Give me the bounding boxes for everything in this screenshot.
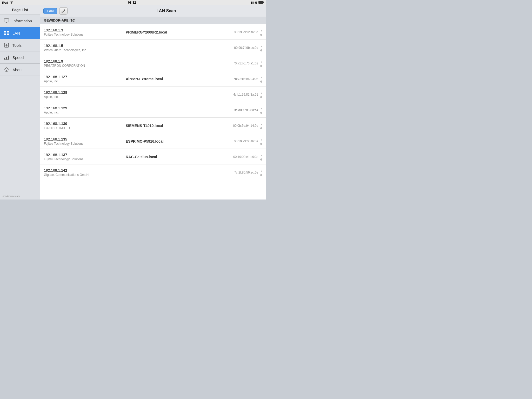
device-ip-text: 192.168.1.135	[44, 137, 126, 141]
status-dot-icon	[260, 49, 262, 51]
battery-label: 88 %	[251, 1, 257, 4]
time-display: 08:32	[128, 1, 136, 4]
device-vendor-text: Fujitsu Technology Solutions	[44, 33, 126, 36]
device-ip-text: 192.168.1.3	[44, 28, 126, 32]
chevron-right-icon: ›	[261, 107, 262, 111]
status-dot-icon	[260, 158, 262, 161]
device-ip-vendor: 192.168.1.135 Fujitsu Technology Solutio…	[44, 137, 126, 145]
svg-rect-2	[258, 1, 263, 3]
device-hostname: ESPRIMO-P5916.local	[126, 139, 224, 143]
sidebar-item-about[interactable]: About	[0, 64, 40, 76]
sidebar-item-lan[interactable]: LAN	[0, 27, 40, 39]
sidebar: Page List Information LAN	[0, 5, 40, 200]
device-status: ›	[260, 75, 262, 83]
chevron-right-icon: ›	[261, 169, 262, 173]
tools-icon	[4, 42, 9, 48]
device-ip-vendor: 192.168.1.5 WatchGuard Technologies, Inc…	[44, 44, 126, 52]
sidebar-item-label-lan: LAN	[12, 31, 20, 35]
device-ip-text: 192.168.1.142	[44, 168, 126, 172]
table-row[interactable]: 192.168.1.130 FUJITSU LIMITED SIEMENS-T4…	[40, 118, 266, 133]
device-mac-address: 00:19:99:e1:a9:3c	[224, 155, 260, 159]
toolbar: LAN LAN Scan	[40, 5, 266, 17]
device-status: ›	[260, 44, 262, 51]
device-ip-vendor: 192.168.1.127 Apple, Inc.	[44, 75, 126, 83]
device-ip-vendor: 192.168.1.137 Fujitsu Technology Solutio…	[44, 153, 126, 161]
table-row[interactable]: 192.168.1.9 PEGATRON CORPORATION 70:71:b…	[40, 55, 266, 71]
sidebar-footer: cod4source.com	[0, 193, 40, 200]
svg-rect-15	[8, 56, 9, 59]
table-row[interactable]: 192.168.1.142 Gigaset Communications Gmb…	[40, 164, 266, 180]
device-ip-vendor: 192.168.1.142 Gigaset Communications Gmb…	[44, 168, 126, 177]
svg-rect-7	[7, 31, 9, 32]
device-hostname: SIEMENS-T4010.local	[126, 124, 224, 128]
chevron-right-icon: ›	[261, 29, 262, 33]
device-ip-text: 192.168.1.129	[44, 106, 126, 110]
battery-icon	[258, 1, 264, 4]
sidebar-item-speed[interactable]: Speed	[0, 51, 40, 64]
svg-rect-3	[4, 19, 9, 22]
device-ip-vendor: 192.168.1.9 PEGATRON CORPORATION	[44, 59, 126, 68]
chevron-right-icon: ›	[261, 153, 262, 157]
device-list: 192.168.1.3 Fujitsu Technology Solutions…	[40, 24, 266, 200]
chevron-right-icon: ›	[261, 75, 262, 79]
chevron-right-icon: ›	[261, 138, 262, 142]
table-row[interactable]: 192.168.1.5 WatchGuard Technologies, Inc…	[40, 40, 266, 55]
device-status: ›	[260, 91, 262, 98]
status-dot-icon	[260, 127, 262, 129]
sidebar-item-tools[interactable]: Tools	[0, 39, 40, 51]
chevron-right-icon: ›	[261, 91, 262, 95]
lan-button[interactable]: LAN	[43, 8, 57, 14]
device-mac-address: 7c:2f:80:56:ec:6e	[224, 171, 260, 174]
device-vendor-text: WatchGuard Technologies, Inc.	[44, 48, 126, 52]
device-mac-address: 00:0b:5d:94:14:9d	[224, 124, 260, 128]
status-dot-icon	[260, 34, 262, 36]
device-status: ›	[260, 169, 262, 176]
svg-rect-6	[4, 31, 6, 32]
table-row[interactable]: 192.168.1.3 Fujitsu Technology Solutions…	[40, 24, 266, 40]
status-bar: iPad 08:32 88 %	[0, 0, 266, 5]
status-dot-icon	[260, 65, 262, 67]
edit-button[interactable]	[59, 7, 68, 15]
device-vendor-text: Apple, Inc.	[44, 79, 126, 83]
main-content: LAN LAN Scan GEWIDOR-APE (10) 192.168.1.…	[40, 5, 266, 200]
device-vendor-text: FUJITSU LIMITED	[44, 126, 126, 130]
device-mac-address: 4c:b1:99:82:3a:61	[224, 93, 260, 96]
status-dot-icon	[260, 81, 262, 83]
device-status: ›	[260, 138, 262, 145]
device-status: ›	[260, 60, 262, 67]
svg-line-17	[64, 10, 64, 11]
device-mac-address: 00:19:99:9d:f6:0d	[224, 30, 260, 34]
sidebar-item-information[interactable]: Information	[0, 15, 40, 27]
device-vendor-text: PEGATRON CORPORATION	[44, 64, 126, 68]
device-status: ›	[260, 153, 262, 161]
monitor-icon	[4, 18, 9, 24]
svg-rect-9	[7, 34, 9, 35]
device-ip-text: 192.168.1.137	[44, 153, 126, 157]
table-row[interactable]: 192.168.1.127 Apple, Inc. AirPort-Extrem…	[40, 71, 266, 87]
sidebar-item-label-about: About	[12, 68, 23, 72]
device-vendor-text: Apple, Inc.	[44, 111, 126, 114]
device-mac-address: 00:90:7f:9b:dc:0d	[224, 46, 260, 50]
svg-rect-1	[263, 2, 264, 3]
device-vendor-text: Fujitsu Technology Solutions	[44, 157, 126, 161]
chevron-right-icon: ›	[261, 60, 262, 64]
sidebar-item-label-speed: Speed	[12, 55, 24, 60]
device-ip-text: 192.168.1.130	[44, 122, 126, 126]
device-ip-text: 192.168.1.5	[44, 44, 126, 48]
table-row[interactable]: 192.168.1.128 Apple, Inc. 4c:b1:99:82:3a…	[40, 87, 266, 102]
ipad-label: iPad	[2, 1, 8, 4]
sidebar-title: Page List	[0, 5, 40, 15]
table-row[interactable]: 192.168.1.135 Fujitsu Technology Solutio…	[40, 133, 266, 149]
device-status: ›	[260, 107, 262, 114]
table-row[interactable]: 192.168.1.129 Apple, Inc. 3c:d0:f8:86:8d…	[40, 102, 266, 118]
svg-rect-8	[4, 34, 6, 35]
house-icon	[4, 67, 9, 72]
device-ip-text: 192.168.1.128	[44, 90, 126, 95]
table-row[interactable]: 192.168.1.137 Fujitsu Technology Solutio…	[40, 149, 266, 164]
sidebar-item-label-information: Information	[12, 19, 32, 23]
device-mac-address: 00:19:99:06:fb:0e	[224, 139, 260, 143]
chevron-right-icon: ›	[261, 122, 262, 126]
device-ip-vendor: 192.168.1.129 Apple, Inc.	[44, 106, 126, 114]
device-hostname: PRIMERGY2008R2.local	[126, 30, 224, 34]
device-hostname: AirPort-Extreme.local	[126, 77, 224, 81]
